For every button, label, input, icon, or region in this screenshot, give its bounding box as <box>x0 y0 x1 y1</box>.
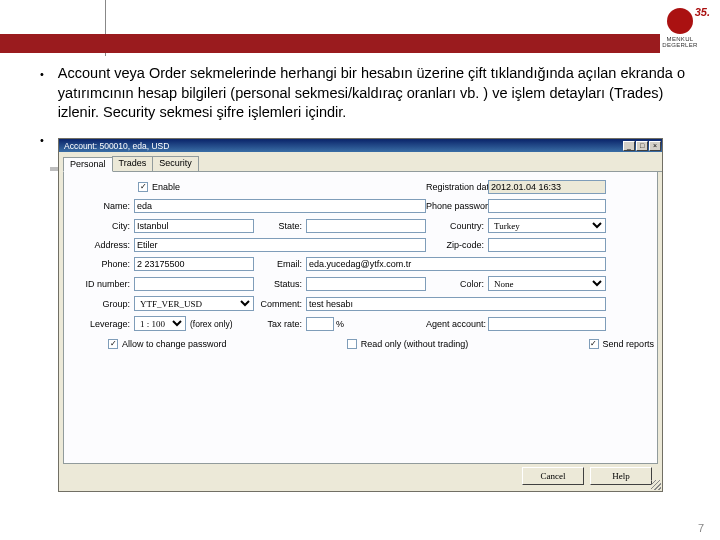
send-reports-label: Send reports <box>603 339 655 349</box>
slide-bullet-1: • Account veya Order sekmelerinde herhan… <box>40 64 695 123</box>
readonly-row[interactable]: Read only (without trading) <box>347 339 469 349</box>
page-number: 7 <box>698 522 704 534</box>
address-field[interactable] <box>134 238 426 252</box>
resize-grip-icon[interactable] <box>651 480 661 490</box>
bullet-icon: • <box>40 67 44 123</box>
tab-security[interactable]: Security <box>152 156 199 171</box>
email-label: Email: <box>254 259 306 269</box>
email-field[interactable] <box>306 257 606 271</box>
allow-pw-label: Allow to change password <box>122 339 227 349</box>
cancel-button[interactable]: Cancel <box>522 467 584 485</box>
name-field[interactable] <box>134 199 426 213</box>
help-button[interactable]: Help <box>590 467 652 485</box>
dialog-title: Account: 500010, eda, USD <box>64 141 169 151</box>
personal-panel: Enable Registration date: Name: Phone pa… <box>63 172 658 464</box>
send-reports-checkbox[interactable] <box>589 339 599 349</box>
state-field[interactable] <box>306 219 426 233</box>
state-label: State: <box>254 221 306 231</box>
regdate-field <box>488 180 606 194</box>
dialog-tabs: Personal Trades Security <box>63 156 662 172</box>
color-select[interactable]: None <box>488 276 606 291</box>
city-label: City: <box>70 221 134 231</box>
enable-label: Enable <box>152 182 180 192</box>
maximize-button[interactable]: □ <box>636 141 648 151</box>
group-select[interactable]: YTF_VER_USD <box>134 296 254 311</box>
leverage-select[interactable]: 1 : 100 <box>134 316 186 331</box>
country-label: Country: <box>426 221 488 231</box>
leverage-label: Leverage: <box>70 319 134 329</box>
phonepw-field[interactable] <box>488 199 606 213</box>
status-label: Status: <box>254 279 306 289</box>
zip-field[interactable] <box>488 238 606 252</box>
allow-change-password-row[interactable]: Allow to change password <box>108 339 227 349</box>
close-button[interactable]: × <box>649 141 661 151</box>
group-label: Group: <box>70 299 134 309</box>
taxrate-field[interactable] <box>306 317 334 331</box>
slide-bullet-text: Account veya Order sekmelerinde herhangi… <box>58 64 695 123</box>
send-reports-row[interactable]: Send reports <box>589 339 655 349</box>
brand-logo: 35. MENKUL DEGERLER <box>650 6 710 50</box>
forex-only-text: (forex only) <box>186 319 233 329</box>
id-label: ID number: <box>70 279 134 289</box>
id-field[interactable] <box>134 277 254 291</box>
readonly-checkbox[interactable] <box>347 339 357 349</box>
phone-field[interactable] <box>134 257 254 271</box>
logo-years: 35. <box>695 6 710 18</box>
zip-label: Zip-code: <box>426 240 488 250</box>
address-label: Address: <box>70 240 134 250</box>
name-label: Name: <box>70 201 134 211</box>
agent-field[interactable] <box>488 317 606 331</box>
status-field[interactable] <box>306 277 426 291</box>
country-select[interactable]: Turkey <box>488 218 606 233</box>
percent-sign: % <box>334 319 344 329</box>
taxrate-label: Tax rate: <box>254 319 306 329</box>
phonepw-label: Phone password: <box>426 201 488 211</box>
phone-label: Phone: <box>70 259 134 269</box>
readonly-label: Read only (without trading) <box>361 339 469 349</box>
tab-personal[interactable]: Personal <box>63 157 113 172</box>
account-dialog: Account: 500010, eda, USD _ □ × Personal… <box>58 138 663 492</box>
dialog-titlebar[interactable]: Account: 500010, eda, USD _ □ × <box>59 139 662 152</box>
enable-checkbox[interactable] <box>138 182 148 192</box>
header-red-bar <box>0 34 660 53</box>
color-label: Color: <box>426 279 488 289</box>
agent-label: Agent account: <box>426 319 488 329</box>
comment-label: Comment: <box>254 299 306 309</box>
minimize-button[interactable]: _ <box>623 141 635 151</box>
tab-trades[interactable]: Trades <box>112 156 154 171</box>
bullet-icon: • <box>40 134 44 146</box>
city-field[interactable] <box>134 219 254 233</box>
logo-brand-text: MENKUL DEGERLER <box>650 36 710 48</box>
allow-pw-checkbox[interactable] <box>108 339 118 349</box>
regdate-label: Registration date: <box>426 182 488 192</box>
comment-field[interactable] <box>306 297 606 311</box>
